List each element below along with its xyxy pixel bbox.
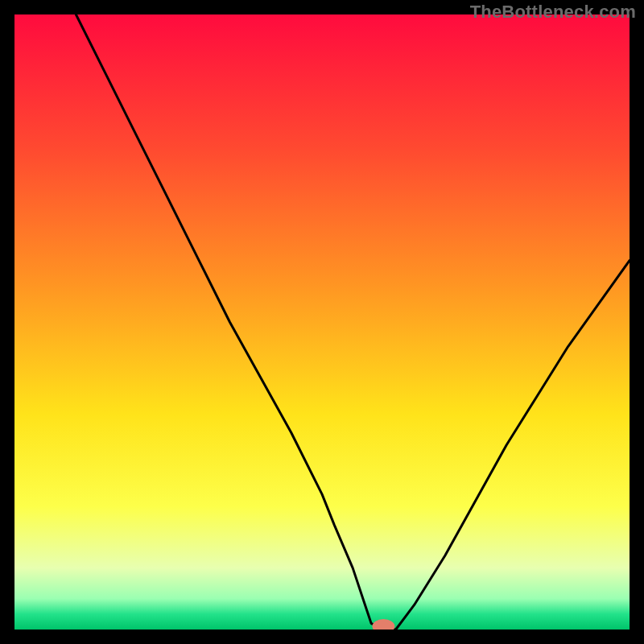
watermark-text: TheBottleneck.com	[470, 2, 636, 23]
gradient-background	[14, 14, 630, 630]
chart-frame: TheBottleneck.com	[0, 0, 644, 644]
bottleneck-chart	[14, 14, 630, 630]
plot-area	[14, 14, 630, 630]
